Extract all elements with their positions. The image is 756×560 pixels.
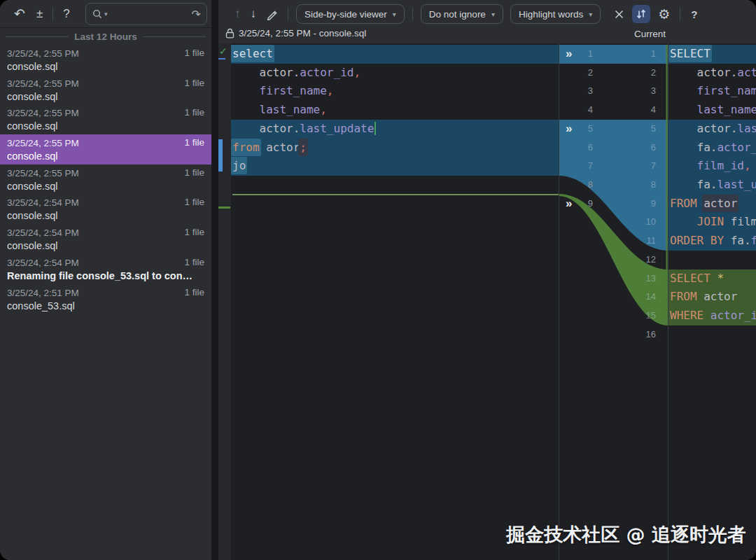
search-field[interactable]: ▾ ↷ bbox=[85, 3, 207, 25]
synchronize-scrolling-icon[interactable] bbox=[632, 5, 650, 23]
entry-filename: console.sql bbox=[7, 120, 204, 132]
text-caret bbox=[374, 122, 376, 135]
code-line[interactable]: fa.last_u bbox=[668, 176, 756, 195]
entry-filename: console.sql bbox=[7, 150, 204, 162]
history-entry[interactable]: 3/25/24, 2:54 PM1 fileRenaming file cons… bbox=[0, 254, 211, 284]
entry-filename: console.sql bbox=[7, 181, 204, 192]
code-line[interactable]: FROM actor bbox=[668, 288, 756, 307]
collapse-unchanged-icon[interactable] bbox=[610, 5, 628, 23]
code-line[interactable]: actor.last_update bbox=[231, 120, 559, 139]
ignore-label: Do not ignore bbox=[429, 9, 486, 20]
history-list: 3/25/24, 2:55 PM1 fileconsole.sql3/25/24… bbox=[0, 45, 211, 314]
search-icon bbox=[92, 8, 103, 20]
left-editor-gutter: ✓ bbox=[218, 43, 231, 560]
entry-filename: console.sql bbox=[7, 240, 204, 251]
toolbar-separator bbox=[52, 8, 53, 20]
entry-filename: console.sql bbox=[7, 210, 204, 221]
search-options-caret[interactable]: ▾ bbox=[104, 10, 108, 18]
entry-file-count: 1 file bbox=[184, 197, 204, 207]
toolbar-separator bbox=[412, 8, 413, 20]
show-diff-icon[interactable]: ± bbox=[36, 8, 43, 20]
entry-filename: console.sql bbox=[7, 91, 204, 102]
history-entry[interactable]: 3/25/24, 2:55 PM1 fileconsole.sql bbox=[0, 45, 211, 75]
local-history-window: ↶ ± ? ▾ ↷ Last 12 Hours 3/25/24, 2:55 PM… bbox=[0, 0, 756, 560]
history-entry[interactable]: 3/25/24, 2:55 PM1 fileconsole.sql bbox=[0, 104, 211, 134]
next-change-icon[interactable]: ↓ bbox=[251, 7, 257, 21]
code-line[interactable] bbox=[231, 176, 559, 195]
watermark: 掘金技术社区 @ 追逐时光者 bbox=[506, 522, 746, 547]
chevron-down-icon: ▾ bbox=[393, 10, 396, 18]
help-icon[interactable]: ? bbox=[63, 8, 69, 20]
lock-icon bbox=[225, 28, 234, 38]
redo-icon[interactable]: ↷ bbox=[192, 8, 201, 21]
entry-file-count: 1 file bbox=[184, 167, 204, 178]
previous-change-icon[interactable]: ↑ bbox=[234, 7, 241, 21]
code-line[interactable] bbox=[231, 195, 559, 214]
entry-timestamp: 3/25/24, 2:55 PM bbox=[7, 138, 79, 148]
viewer-mode-label: Side-by-side viewer bbox=[304, 9, 387, 20]
history-entry[interactable]: 3/25/24, 2:55 PM1 fileconsole.sql bbox=[0, 164, 211, 195]
toolbar-separator bbox=[288, 8, 288, 20]
entry-timestamp: 3/25/24, 2:55 PM bbox=[7, 78, 79, 89]
code-line[interactable]: SELECT * bbox=[668, 270, 756, 288]
code-line[interactable]: jo bbox=[231, 157, 559, 176]
diff-viewer-panel: ↑ ↓ Side-by-side viewer ▾ Do not ignore … bbox=[218, 0, 756, 560]
entry-timestamp: 3/25/24, 2:54 PM bbox=[7, 227, 79, 238]
gear-icon[interactable]: ⚙ bbox=[658, 8, 670, 21]
diff-toolbar: ↑ ↓ Side-by-side viewer ▾ Do not ignore … bbox=[218, 0, 756, 28]
history-entry[interactable]: 3/25/24, 2:55 PM1 fileconsole.sql bbox=[0, 134, 211, 164]
code-line[interactable]: SELECT bbox=[668, 45, 756, 64]
history-entry[interactable]: 3/25/24, 2:54 PM1 fileconsole.sql bbox=[0, 194, 211, 224]
entry-timestamp: 3/25/24, 2:51 PM bbox=[7, 288, 79, 298]
diff-gutter bbox=[559, 43, 668, 560]
history-entry[interactable]: 3/25/24, 2:54 PM1 fileconsole.sql bbox=[0, 224, 211, 254]
code-line[interactable]: actor.act bbox=[668, 64, 756, 83]
diff-right-pane: SELECT actor.act first_nam last_name act… bbox=[668, 43, 756, 560]
code-line[interactable]: select bbox=[231, 45, 559, 64]
code-line[interactable]: first_nam bbox=[668, 82, 756, 101]
entry-timestamp: 3/25/24, 2:55 PM bbox=[7, 168, 79, 178]
panel-splitter[interactable] bbox=[211, 0, 218, 560]
code-line[interactable]: fa.actor_ bbox=[668, 139, 756, 158]
history-entry[interactable]: 3/25/24, 2:51 PM1 fileconsole_53.sql bbox=[0, 284, 211, 314]
current-label: Current bbox=[634, 29, 666, 39]
code-line[interactable] bbox=[668, 251, 756, 270]
entry-file-count: 1 file bbox=[184, 137, 204, 148]
whitespace-ignore-select[interactable]: Do not ignore ▾ bbox=[421, 4, 503, 24]
entry-file-count: 1 file bbox=[184, 287, 204, 298]
code-line[interactable]: first_name, bbox=[231, 82, 559, 101]
history-section-header: Last 12 Hours bbox=[0, 28, 211, 45]
code-line[interactable]: WHERE actor_i bbox=[668, 307, 756, 326]
history-sidebar: ↶ ± ? ▾ ↷ Last 12 Hours 3/25/24, 2:55 PM… bbox=[0, 0, 211, 560]
help-icon[interactable]: ? bbox=[691, 8, 697, 20]
code-line[interactable]: last_name bbox=[668, 101, 756, 120]
code-line[interactable]: actor.las bbox=[668, 120, 756, 139]
edit-icon[interactable] bbox=[263, 5, 281, 23]
code-line[interactable]: FROM actor bbox=[668, 195, 756, 214]
code-line[interactable] bbox=[668, 326, 756, 344]
history-entry[interactable]: 3/25/24, 2:55 PM1 fileconsole.sql bbox=[0, 75, 211, 105]
entry-file-count: 1 file bbox=[184, 48, 204, 58]
toolbar-separator bbox=[680, 8, 680, 20]
code-line[interactable]: last_name, bbox=[231, 101, 559, 120]
chevron-down-icon: ▾ bbox=[491, 10, 495, 18]
code-line[interactable]: ORDER BY fa.f bbox=[668, 232, 756, 251]
code-line[interactable]: from actor; bbox=[231, 139, 559, 158]
highlight-mode-select[interactable]: Highlight words ▾ bbox=[510, 4, 601, 24]
entry-timestamp: 3/25/24, 2:55 PM bbox=[7, 108, 79, 118]
entry-timestamp: 3/25/24, 2:54 PM bbox=[7, 197, 79, 208]
code-line[interactable]: actor.actor_id, bbox=[231, 64, 559, 83]
divider bbox=[6, 36, 69, 37]
revert-icon[interactable]: ↶ bbox=[14, 7, 25, 20]
code-line[interactable]: JOIN film bbox=[668, 213, 756, 232]
insertion-point-line bbox=[232, 194, 559, 195]
entry-filename: console.sql bbox=[7, 61, 204, 72]
entry-filename: Renaming file console_53.sql to con… bbox=[7, 270, 204, 281]
change-applied-check-icon[interactable]: ✓ bbox=[219, 46, 227, 57]
changed-range-marker bbox=[218, 139, 223, 172]
entry-filename: console_53.sql bbox=[7, 300, 204, 312]
entry-file-count: 1 file bbox=[184, 227, 204, 237]
code-line[interactable]: film_id, bbox=[668, 157, 756, 176]
entry-file-count: 1 file bbox=[184, 78, 204, 88]
viewer-mode-select[interactable]: Side-by-side viewer ▾ bbox=[296, 4, 405, 24]
